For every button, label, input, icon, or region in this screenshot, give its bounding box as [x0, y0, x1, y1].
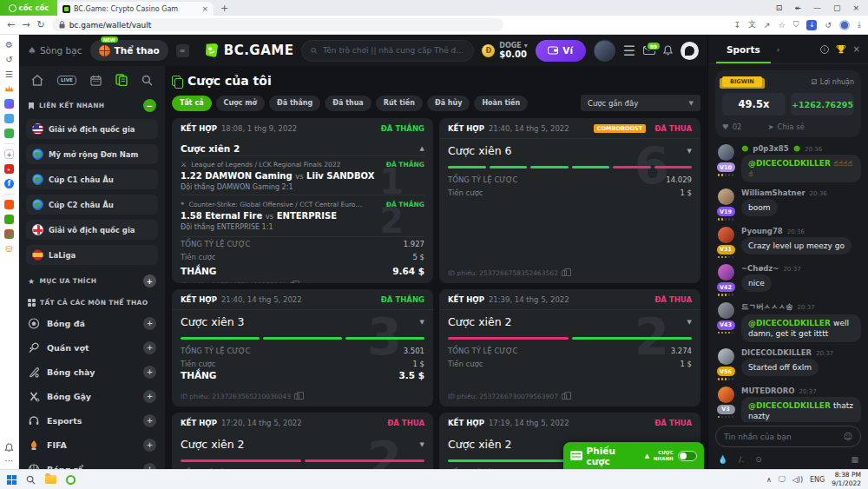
bird-app-icon[interactable] [4, 114, 14, 123]
copy-icon[interactable] [562, 393, 567, 400]
username[interactable]: Pyoung78 [741, 227, 783, 235]
sidebar-item-esports[interactable]: Esports+ [19, 408, 165, 433]
avatar[interactable] [718, 348, 734, 365]
history-icon[interactable]: ↺ [4, 55, 14, 64]
bet-list-icon[interactable]: ☰ [623, 43, 635, 59]
bookmark-star-icon[interactable]: ☆ [779, 21, 786, 30]
collapse-quick-links-button[interactable]: − [143, 99, 156, 112]
panel-icon[interactable]: ↞ [794, 3, 801, 12]
reading-list-icon[interactable]: ☰ [4, 69, 14, 79]
language-indicator[interactable]: ENG [810, 476, 825, 484]
quick-link-item[interactable]: Cúp C2 châu Âu [26, 195, 158, 215]
trophy-icon[interactable] [836, 44, 846, 54]
quick-link-item[interactable]: Cúp C1 châu Âu [26, 169, 158, 189]
heart-icon[interactable]: ♥ [722, 122, 729, 131]
filter-open[interactable]: Cược mở [216, 96, 265, 111]
bigwin-card[interactable]: BIGWIN ⚂Lợi nhuận 49.5x +1262.76295 ♥02 … [715, 70, 861, 137]
tab-close-icon[interactable]: × [201, 4, 208, 13]
home-icon[interactable] [31, 75, 43, 86]
tray-chevron-icon[interactable]: ∧ [766, 476, 772, 484]
filter-won[interactable]: Đã thắng [269, 96, 320, 111]
filter-cashout[interactable]: Rút tiền [376, 96, 423, 111]
expand-plus-icon[interactable]: + [143, 463, 156, 470]
youtube-icon[interactable]: ▸ [4, 164, 14, 174]
username[interactable]: ~Chødz~ [741, 264, 779, 273]
my-bets-icon[interactable] [115, 74, 128, 86]
translate-icon[interactable]: 文 [748, 19, 756, 30]
commands-icon[interactable]: ∕. [739, 455, 744, 464]
expand-caret-icon[interactable]: ▼ [420, 441, 424, 448]
more-icon[interactable]: ⋯ [4, 456, 14, 466]
browser-profile-icon[interactable] [839, 20, 850, 30]
chat-message-input[interactable]: Tin nhắn của bạn ☺ [715, 426, 861, 447]
copy-icon[interactable] [290, 282, 295, 283]
avatar[interactable] [718, 188, 734, 205]
calendar-icon[interactable] [90, 75, 102, 86]
sidebar-search-icon[interactable] [141, 75, 153, 86]
filter-lost[interactable]: Đã thua [325, 96, 372, 111]
cart-icon[interactable]: ⛁ [4, 244, 14, 254]
taskbar-clock[interactable]: 8:38 PM9/1/2022 [832, 471, 861, 488]
gif-keyboard-icon[interactable]: ▦ [851, 455, 858, 464]
bet-card[interactable]: KẾT HỢP21:40, 14 thg 5, 2022COMBOBOOSTĐÃ… [439, 118, 700, 283]
username[interactable]: WilliamShatner [741, 188, 806, 197]
betslip-button[interactable]: Phiếu cược ▲ CƯỢCNHANH [563, 442, 704, 469]
copy-icon[interactable] [294, 393, 299, 400]
sidebar-item-fifa[interactable]: FIFA+ [19, 433, 165, 457]
add-shortcut-icon[interactable]: + [4, 149, 14, 159]
chat-messages[interactable]: BIGWIN ⚂Lợi nhuận 49.5x +1262.76295 ♥02 … [708, 64, 868, 422]
chevron-right-icon[interactable]: › [777, 45, 780, 54]
quick-link-item[interactable]: Giải vô địch quốc gia [26, 119, 158, 139]
sports-switch[interactable]: NEW Thể thao [90, 40, 168, 61]
expand-plus-icon[interactable]: + [143, 341, 156, 354]
emoji-icon[interactable]: ☺ [844, 432, 852, 441]
bet-card[interactable]: KẾT HỢP21:40, 14 thg 5, 2022ĐÃ THẮNG 3 C… [172, 289, 433, 406]
expand-plus-icon[interactable]: + [143, 317, 156, 330]
sidebar-item-basketball[interactable]: Bóng rổ+ [19, 457, 165, 469]
chat-tab-sports[interactable]: Sports [716, 35, 771, 63]
forward-icon[interactable]: → [22, 20, 30, 30]
sidebar-item-tennis[interactable]: Quần vợt+ [19, 335, 165, 360]
expand-plus-icon[interactable]: + [143, 390, 156, 403]
live-icon[interactable]: LIVE [57, 76, 76, 85]
sort-dropdown[interactable]: Cược gần đây▼ [581, 95, 700, 111]
reload-icon[interactable]: ↻ [36, 20, 44, 30]
avatar[interactable] [718, 144, 734, 161]
bet-card[interactable]: KẾT HỢP21:39, 14 thg 5, 2022ĐÃ THUA 2 Cư… [439, 289, 700, 406]
avatar[interactable] [718, 264, 734, 281]
shield-icon[interactable]: ⛉ [793, 20, 799, 30]
browser-brand[interactable]: cốc cốc [0, 0, 57, 16]
notifications-bell-icon[interactable] [663, 45, 673, 56]
collapse-caret-icon[interactable]: ▲ [420, 145, 424, 152]
maximize-button[interactable]: ▢ [833, 3, 841, 12]
add-favorite-button[interactable]: + [143, 274, 156, 287]
expand-plus-icon[interactable]: + [143, 414, 156, 427]
quick-link-item[interactable]: Giải vô địch quốc gia [26, 220, 158, 240]
close-button[interactable]: × [852, 3, 859, 12]
username[interactable]: DICECOLDKILLER [741, 348, 812, 357]
settings-gear-icon[interactable]: ⚙ [4, 40, 14, 50]
filter-refund[interactable]: Hoàn tiền [474, 96, 528, 111]
start-button[interactable] [7, 475, 16, 485]
expand-caret-icon[interactable]: ▼ [687, 148, 692, 155]
close-chat-icon[interactable]: × [853, 44, 860, 54]
user-avatar[interactable] [594, 40, 615, 62]
chat-toggle-icon[interactable] [681, 42, 699, 60]
wallet-button[interactable]: Ví [536, 40, 586, 62]
sidebar-item-baseball[interactable]: Bóng chày+ [19, 360, 165, 384]
shop-app-icon[interactable] [4, 200, 14, 209]
minimize-button[interactable]: — [813, 3, 821, 12]
network-icon[interactable]: 🖵 [779, 475, 786, 484]
rain-icon[interactable]: 💧 [718, 455, 727, 464]
games-icon[interactable] [4, 129, 14, 138]
coccoc-taskbar-icon[interactable] [66, 475, 76, 485]
crown-icon[interactable] [4, 84, 14, 94]
username[interactable]: MUTEDRORO [741, 387, 795, 395]
notification-bell-icon[interactable] [4, 443, 14, 453]
sidebar-item-football[interactable]: Bóng đá+ [19, 311, 165, 335]
expand-plus-icon[interactable]: + [143, 439, 156, 452]
copy-icon[interactable] [562, 270, 567, 276]
url-box[interactable]: bc.game/wallet/vault [52, 18, 503, 31]
game-search-input[interactable]: Tên trò chơi || nhà cung cấp Thẻ danh mụ… [301, 40, 474, 62]
file-explorer-icon[interactable] [45, 475, 56, 484]
